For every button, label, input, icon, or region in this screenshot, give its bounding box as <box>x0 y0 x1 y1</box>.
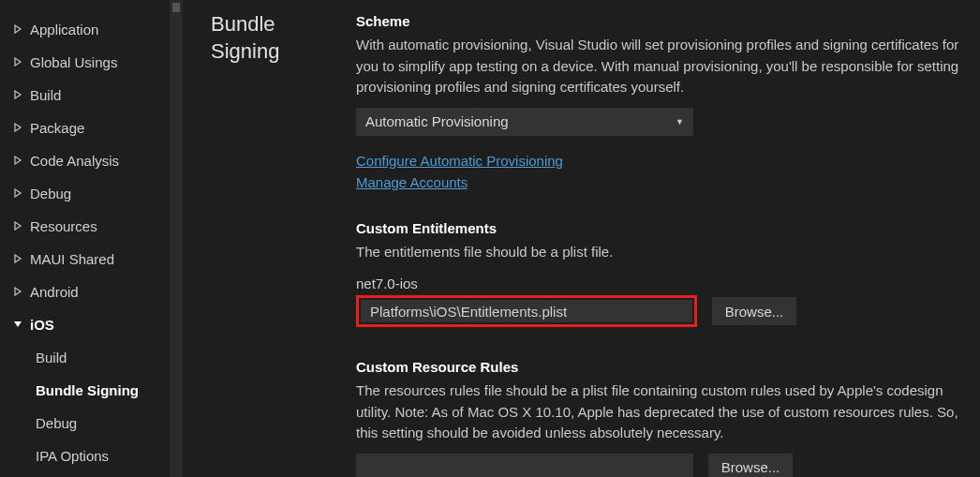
sidebar-item-label: Resources <box>30 218 97 234</box>
chevron-right-icon <box>13 188 26 200</box>
provisioning-select-value: Automatic Provisioning <box>365 113 509 129</box>
sidebar-item-android[interactable]: Android <box>0 276 183 308</box>
entitlements-heading: Custom Entitlements <box>356 220 961 236</box>
content-pane: Scheme With automatic provisioning, Visu… <box>342 0 980 477</box>
resource-rules-heading: Custom Resource Rules <box>356 359 961 375</box>
sidebar-item-label: Code Analysis <box>30 153 119 169</box>
sidebar-item-label: MAUI Shared <box>30 251 114 267</box>
scrollbar-thumb[interactable] <box>172 3 180 12</box>
chevron-right-icon <box>13 287 26 298</box>
sidebar-subitem-bundle-signing[interactable]: Bundle Signing <box>0 374 183 407</box>
manage-accounts-link[interactable]: Manage Accounts <box>356 174 961 190</box>
configure-provisioning-link[interactable]: Configure Automatic Provisioning <box>356 153 961 169</box>
sidebar-item-label: iOS <box>30 317 54 333</box>
sidebar-item-global-usings[interactable]: Global Usings <box>0 46 183 79</box>
chevron-right-icon <box>13 221 26 232</box>
sidebar-item-resources[interactable]: Resources <box>0 210 183 243</box>
section-title-line1: Bundle <box>211 11 342 38</box>
settings-sidebar: Application Global Usings Build Package … <box>0 0 183 477</box>
resource-rules-browse-button[interactable]: Browse... <box>708 454 793 478</box>
sidebar-subitem-manifest[interactable]: Manifest <box>0 472 183 477</box>
sidebar-subitem-debug[interactable]: Debug <box>0 407 183 440</box>
sidebar-item-application[interactable]: Application <box>0 13 183 46</box>
resource-rules-path-input[interactable] <box>356 454 693 478</box>
sidebar-subitem-ipa-options[interactable]: IPA Options <box>0 440 183 472</box>
chevron-down-icon <box>13 320 26 331</box>
sidebar-item-code-analysis[interactable]: Code Analysis <box>0 144 183 177</box>
chevron-right-icon <box>13 24 26 36</box>
sidebar-item-label: Debug <box>30 186 71 201</box>
sidebar-item-label: Bundle Signing <box>36 382 139 398</box>
sidebar-item-label: Application <box>30 22 98 37</box>
sidebar-item-maui-shared[interactable]: MAUI Shared <box>0 243 183 276</box>
chevron-right-icon <box>13 57 26 68</box>
chevron-down-icon: ▼ <box>676 117 684 127</box>
scheme-heading: Scheme <box>356 13 961 29</box>
sidebar-item-ios[interactable]: iOS <box>0 308 183 341</box>
sidebar-item-package[interactable]: Package <box>0 112 183 144</box>
section-title-line2: Signing <box>211 38 342 66</box>
sidebar-subitem-build[interactable]: Build <box>0 341 183 374</box>
scheme-description: With automatic provisioning, Visual Stud… <box>356 35 961 98</box>
sidebar-item-label: Package <box>30 120 84 136</box>
entitlements-input-highlight <box>356 295 697 327</box>
entitlements-target-label: net7.0-ios <box>356 276 961 291</box>
section-title: Bundle Signing <box>183 0 342 477</box>
sidebar-item-label: Android <box>30 284 79 300</box>
chevron-right-icon <box>13 90 26 101</box>
entitlements-description: The entitlements file should be a plist … <box>356 242 961 263</box>
sidebar-item-label: Build <box>36 350 67 365</box>
chevron-right-icon <box>13 123 26 134</box>
provisioning-select[interactable]: Automatic Provisioning ▼ <box>356 108 693 136</box>
entitlements-path-input[interactable] <box>361 300 692 322</box>
sidebar-item-label: IPA Options <box>36 448 109 464</box>
sidebar-item-build[interactable]: Build <box>0 79 183 112</box>
sidebar-item-label: Debug <box>36 415 77 431</box>
chevron-right-icon <box>13 254 26 265</box>
sidebar-item-label: Global Usings <box>30 54 117 70</box>
entitlements-browse-button[interactable]: Browse... <box>712 297 796 325</box>
chevron-right-icon <box>13 156 26 167</box>
sidebar-scrollbar[interactable] <box>170 0 183 477</box>
resource-rules-description: The resources rules file should be a pli… <box>356 380 961 444</box>
sidebar-item-debug[interactable]: Debug <box>0 177 183 210</box>
sidebar-item-label: Build <box>30 87 61 103</box>
